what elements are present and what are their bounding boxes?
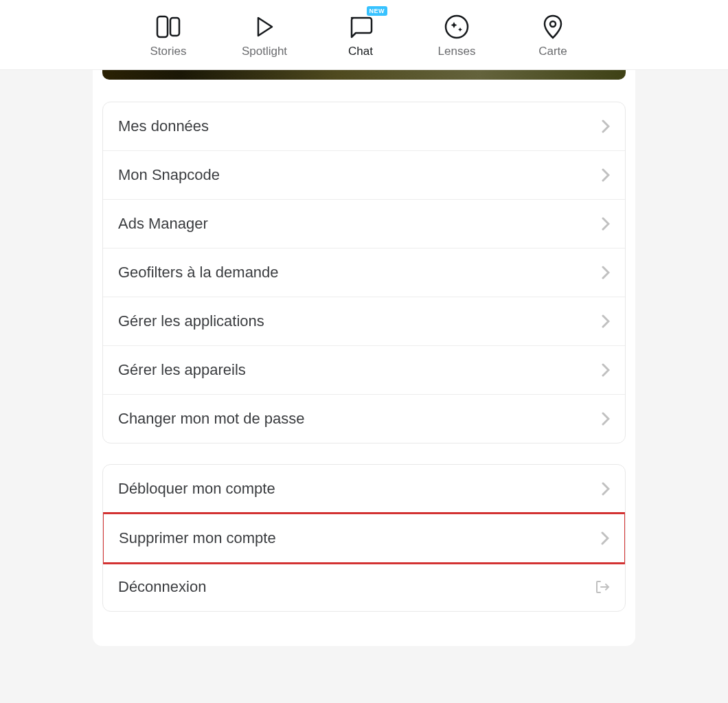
row-label: Débloquer mon compte — [118, 480, 275, 498]
chevron-right-icon — [602, 119, 610, 133]
stories-icon — [155, 12, 182, 42]
row-ads-manager[interactable]: Ads Manager — [103, 200, 625, 249]
svg-point-4 — [550, 21, 556, 27]
settings-group-1: Mes données Mon Snapcode Ads Manager Geo… — [102, 102, 626, 443]
svg-rect-0 — [157, 16, 168, 37]
chevron-right-icon — [602, 363, 610, 377]
chat-icon: NEW — [348, 12, 374, 42]
row-label: Gérer les appareils — [118, 361, 246, 379]
nav-label: Spotlight — [242, 45, 287, 58]
nav-item-stories[interactable]: Stories — [137, 12, 199, 58]
logout-icon — [595, 579, 610, 595]
settings-container: Mes données Mon Snapcode Ads Manager Geo… — [93, 70, 635, 646]
row-label: Mes données — [118, 117, 209, 135]
nav-item-map[interactable]: Carte — [522, 12, 584, 58]
nav-item-spotlight[interactable]: Spotlight — [234, 12, 295, 58]
row-unlock-account[interactable]: Débloquer mon compte — [103, 465, 625, 514]
chevron-right-icon — [602, 168, 610, 182]
chevron-right-icon — [602, 482, 610, 496]
banner-cropped — [102, 70, 626, 80]
settings-group-2: Débloquer mon compte Supprimer mon compt… — [102, 464, 626, 612]
nav-label: Lenses — [438, 45, 476, 58]
chevron-right-icon — [602, 412, 610, 426]
lenses-icon — [444, 12, 470, 42]
row-label: Supprimer mon compte — [119, 529, 276, 547]
row-change-password[interactable]: Changer mon mot de passe — [103, 395, 625, 443]
top-nav: Stories Spotlight NEW Chat Lenses — [0, 0, 728, 70]
row-logout[interactable]: Déconnexion — [103, 563, 625, 611]
row-label: Ads Manager — [118, 215, 208, 233]
nav-item-lenses[interactable]: Lenses — [426, 12, 488, 58]
row-delete-account[interactable]: Supprimer mon compte — [102, 512, 626, 564]
row-label: Changer mon mot de passe — [118, 410, 305, 428]
row-my-snapcode[interactable]: Mon Snapcode — [103, 151, 625, 200]
nav-label: Carte — [538, 45, 567, 58]
row-label: Mon Snapcode — [118, 166, 220, 184]
row-label: Geofilters à la demande — [118, 264, 279, 281]
row-manage-apps[interactable]: Gérer les applications — [103, 297, 625, 346]
nav-label: Chat — [348, 45, 373, 58]
chevron-right-icon — [602, 266, 610, 279]
map-pin-icon — [542, 12, 564, 42]
row-label: Déconnexion — [118, 578, 206, 596]
svg-rect-1 — [170, 18, 179, 36]
svg-point-3 — [446, 16, 468, 38]
nav-label: Stories — [150, 45, 187, 58]
chevron-right-icon — [602, 314, 610, 328]
row-manage-devices[interactable]: Gérer les appareils — [103, 346, 625, 395]
new-badge: NEW — [367, 6, 388, 16]
spotlight-icon — [252, 12, 277, 42]
row-geofilters-on-demand[interactable]: Geofilters à la demande — [103, 249, 625, 297]
nav-item-chat[interactable]: NEW Chat — [330, 12, 391, 58]
row-label: Gérer les applications — [118, 312, 264, 330]
row-my-data[interactable]: Mes données — [103, 102, 625, 151]
svg-marker-2 — [258, 18, 272, 36]
chevron-right-icon — [601, 531, 609, 545]
chevron-right-icon — [602, 217, 610, 231]
